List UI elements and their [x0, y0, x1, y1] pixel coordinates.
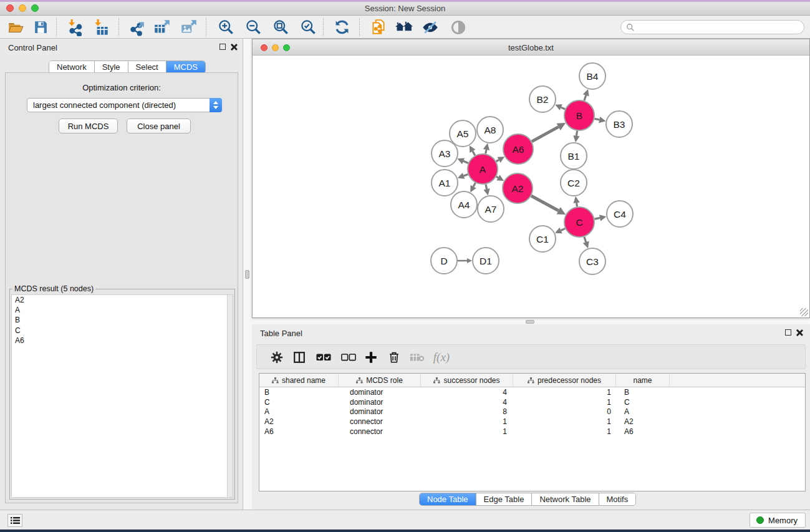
table-panel: Table Panel	[252, 324, 810, 510]
table-row[interactable]: Adominator80A	[259, 407, 805, 417]
tab-network[interactable]: Network	[49, 61, 95, 73]
edge-C-C4[interactable]	[595, 218, 600, 219]
mcds-result-item[interactable]: A6	[12, 336, 233, 346]
node-label-A4: A4	[458, 200, 470, 210]
edge-C-C3[interactable]	[584, 237, 586, 242]
fx-label: f(x)	[433, 351, 450, 364]
show-columns-icon[interactable]	[289, 348, 309, 367]
node-table[interactable]: shared nameMCDS rolesuccessor nodesprede…	[259, 373, 806, 491]
desktop-vertical-scrollbar[interactable]	[245, 270, 249, 279]
result-list-scrollbar[interactable]	[227, 295, 233, 497]
edge-A-A2[interactable]	[496, 177, 498, 178]
desktop-horizontal-scrollbar[interactable]	[526, 320, 534, 324]
network-window-titlebar[interactable]: testGlobe.txt	[253, 39, 809, 56]
search-field[interactable]	[620, 20, 804, 34]
delete-row-icon[interactable]	[384, 348, 404, 367]
tab-edge-table[interactable]: Edge Table	[476, 493, 533, 505]
zoom-in-icon[interactable]	[215, 17, 236, 37]
function-builder-icon[interactable]: f(x)	[432, 348, 451, 367]
edge-B-B2[interactable]	[561, 107, 565, 109]
table-row[interactable]: A2connector11A2	[259, 417, 805, 427]
column-header-predecessor-nodes[interactable]: predecessor nodes	[513, 374, 616, 387]
zoom-fit-icon[interactable]	[270, 17, 291, 37]
tab-node-table[interactable]: Node Table	[420, 493, 476, 505]
show-graphics-details-icon[interactable]	[448, 17, 469, 37]
edge-B-B1[interactable]	[576, 131, 577, 136]
column-header-name[interactable]: name	[616, 374, 670, 387]
table-float-panel-icon[interactable]	[785, 329, 791, 336]
edge-A-A1[interactable]	[464, 174, 468, 175]
edge-C-C1[interactable]	[561, 228, 566, 230]
tab-select[interactable]: Select	[128, 61, 166, 73]
table-cell: 8	[421, 407, 513, 416]
mcds-result-item[interactable]: A2	[12, 295, 233, 305]
zoom-out-icon[interactable]	[243, 17, 264, 37]
node-label-A: A	[480, 164, 486, 175]
tab-motifs[interactable]: Motifs	[599, 493, 636, 505]
edge-A6-B[interactable]	[532, 127, 559, 142]
edge-B-B4[interactable]	[584, 95, 586, 100]
edge-A2-C[interactable]	[531, 196, 559, 211]
export-network-icon[interactable]	[127, 17, 148, 37]
column-settings-icon[interactable]	[267, 348, 287, 367]
close-panel-button[interactable]: Close panel	[127, 118, 191, 133]
save-session-icon[interactable]	[30, 17, 51, 37]
window-resize-grip[interactable]	[800, 308, 808, 316]
select-all-rows-icon[interactable]	[314, 348, 334, 367]
search-input[interactable]	[635, 22, 804, 32]
table-row[interactable]: A6connector11A6	[259, 427, 805, 437]
import-table-icon[interactable]	[90, 17, 112, 37]
edge-C-C2[interactable]	[577, 203, 577, 206]
column-header-shared-name[interactable]: shared name	[259, 374, 339, 387]
node-label-A3: A3	[439, 148, 451, 159]
task-history-button[interactable]	[7, 514, 22, 527]
network-graph[interactable]: AA1A2A3A4A5A6A7A8BB1B2B3B4CC1C2C3C4DD1	[253, 56, 809, 317]
memory-button[interactable]: Memory	[750, 513, 806, 528]
import-network-icon[interactable]	[64, 17, 85, 37]
column-header-successor-nodes[interactable]: successor nodes	[421, 374, 513, 387]
close-panel-icon[interactable]	[231, 44, 238, 51]
edge-A-A3[interactable]	[463, 161, 468, 163]
refresh-icon[interactable]	[331, 17, 352, 37]
network-canvas[interactable]: AA1A2A3A4A5A6A7A8BB1B2B3B4CC1C2C3C4DD1	[253, 56, 809, 317]
edge-A-A4[interactable]	[473, 183, 475, 186]
open-file-icon[interactable]	[5, 17, 26, 37]
edge-B-B3[interactable]	[594, 118, 599, 120]
run-mcds-button[interactable]: Run MCDS	[59, 118, 118, 133]
table-cell: dominator	[339, 388, 421, 397]
add-row-icon[interactable]	[361, 348, 381, 367]
node-label-C: C	[576, 217, 582, 228]
tab-mcds[interactable]: MCDS	[166, 61, 205, 73]
table-close-panel-icon[interactable]	[796, 329, 803, 336]
mcds-result-item[interactable]: C	[12, 326, 233, 336]
table-cell: 4	[421, 388, 513, 397]
delete-table-icon[interactable]	[407, 348, 427, 367]
export-image-icon[interactable]	[178, 17, 200, 37]
table-row[interactable]: Bdominator41B	[259, 387, 805, 397]
hierarchy-icon	[356, 377, 363, 384]
memory-status-icon	[756, 516, 764, 524]
float-panel-icon[interactable]	[219, 44, 226, 50]
tab-network-table[interactable]: Network Table	[532, 493, 599, 505]
export-table-icon[interactable]	[152, 17, 173, 37]
mcds-result-item[interactable]: B	[12, 315, 233, 325]
table-row[interactable]: Cdominator41C	[259, 397, 805, 407]
tab-style[interactable]: Style	[95, 61, 128, 73]
hide-graphics-details-icon[interactable]	[420, 17, 441, 37]
table-cell: 1	[421, 417, 513, 426]
mcds-result-list[interactable]: A2ABCA6	[11, 294, 233, 498]
column-header-MCDS-role[interactable]: MCDS role	[339, 374, 421, 387]
edge-A-A7[interactable]	[486, 184, 487, 189]
network-view-window[interactable]: testGlobe.txt AA1A2A3A4A5A6A7A8BB1B2B3B4…	[252, 39, 810, 318]
mcds-result-item[interactable]: A	[12, 305, 233, 315]
edge-A-A5[interactable]	[473, 151, 475, 155]
zoom-selected-icon[interactable]	[297, 17, 319, 37]
deselect-all-rows-icon[interactable]	[339, 348, 359, 367]
edge-A-A6[interactable]	[496, 160, 499, 161]
home-layout-icon[interactable]	[393, 17, 415, 37]
network-desktop: testGlobe.txt AA1A2A3A4A5A6A7A8BB1B2B3B4…	[252, 39, 810, 324]
duplicate-network-icon[interactable]	[368, 17, 389, 37]
network-window-title: testGlobe.txt	[253, 43, 809, 52]
criterion-dropdown[interactable]: largest connected component (directed)	[27, 98, 222, 112]
edge-A-A8[interactable]	[486, 150, 486, 154]
